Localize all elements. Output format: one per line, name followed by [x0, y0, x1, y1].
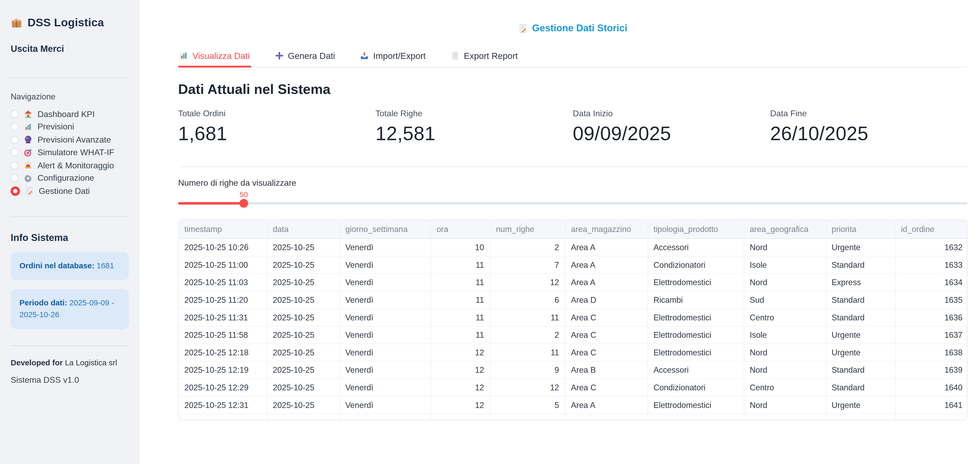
table-cell[interactable]: Venerdì: [339, 274, 431, 292]
table-cell[interactable]: Standard: [826, 256, 895, 274]
table-cell[interactable]: 2025-10-25: [267, 274, 339, 292]
table-cell[interactable]: Venerdì: [339, 309, 431, 327]
table-cell[interactable]: Area A: [565, 256, 648, 274]
table-cell[interactable]: 2025-10-25 11:58: [179, 327, 267, 344]
table-cell[interactable]: 2025-10-25 12:31: [179, 396, 267, 414]
table-cell[interactable]: Venerdì: [339, 361, 431, 379]
table-cell[interactable]: Nord: [744, 361, 826, 379]
tab-visualizza-dati[interactable]: Visualizza Dati: [178, 51, 251, 61]
table-cell[interactable]: 1639: [895, 361, 968, 379]
sidebar-item-alert-monitoraggio[interactable]: Alert & Monitoraggio: [11, 159, 129, 172]
column-header-num_righe[interactable]: num_righe: [490, 220, 565, 239]
sidebar-item-dashboard-kpi[interactable]: Dashboard KPI: [11, 108, 129, 120]
table-cell[interactable]: 2025-10-25 11:20: [179, 292, 267, 309]
table-cell[interactable]: 7: [490, 256, 565, 274]
table-cell[interactable]: Nord: [744, 396, 826, 414]
slider-track[interactable]: [178, 202, 968, 205]
table-cell[interactable]: Ricambi: [648, 292, 744, 309]
table-cell[interactable]: Elettrodomestici: [648, 344, 744, 361]
table-cell[interactable]: 2025-10-25 11:03: [179, 274, 267, 292]
table-cell[interactable]: Venerdì: [339, 396, 431, 414]
table-cell[interactable]: 2025-10-25 12:29: [179, 379, 267, 397]
radio-unselected[interactable]: [11, 148, 19, 156]
table-cell[interactable]: 12: [490, 379, 565, 397]
table-cell[interactable]: Venerdì: [339, 256, 431, 274]
table-cell[interactable]: 2025-10-25 10:26: [179, 239, 267, 257]
table-cell[interactable]: 1634: [895, 274, 968, 292]
sidebar-item-previsioni-avanzate[interactable]: Previsioni Avanzate: [11, 133, 129, 146]
table-cell[interactable]: Standard: [826, 361, 895, 379]
table-cell[interactable]: 10: [431, 239, 490, 257]
table-cell[interactable]: Area A: [565, 274, 648, 292]
radio-unselected[interactable]: [11, 136, 19, 144]
table-cell[interactable]: 2025-10-25 12:19: [179, 361, 267, 379]
table-cell[interactable]: 2: [490, 327, 565, 344]
table-cell[interactable]: 2: [490, 239, 565, 257]
column-header-tipologia_prodotto[interactable]: tipologia_prodotto: [648, 220, 744, 239]
table-cell[interactable]: Urgente: [826, 396, 895, 414]
radio-unselected[interactable]: [11, 161, 19, 169]
tab-genera-dati[interactable]: Genera Dati: [274, 51, 336, 61]
table-cell[interactable]: Venerdì: [339, 327, 431, 344]
table-cell[interactable]: 12: [431, 379, 490, 397]
table-cell[interactable]: Nord: [744, 239, 826, 257]
table-cell[interactable]: 11: [490, 309, 565, 327]
table-cell[interactable]: Venerdì: [339, 292, 431, 309]
table-cell[interactable]: 9: [490, 361, 565, 379]
table-cell[interactable]: Standard: [826, 292, 895, 309]
table-cell[interactable]: Area C: [565, 344, 648, 361]
radio-unselected[interactable]: [11, 123, 19, 131]
table-cell[interactable]: 11: [490, 344, 565, 361]
table-cell[interactable]: Venerdì: [339, 379, 431, 397]
table-cell[interactable]: Urgente: [826, 239, 895, 257]
column-header-priorita[interactable]: priorita: [826, 220, 895, 239]
table-cell[interactable]: 2025-10-25: [267, 361, 339, 379]
table-cell[interactable]: 1632: [895, 239, 968, 257]
table-cell[interactable]: 2025-10-25 11:00: [179, 256, 267, 274]
table-cell[interactable]: Elettrodomestici: [648, 274, 744, 292]
sidebar-item-configurazione[interactable]: Configurazione: [11, 172, 129, 185]
table-cell[interactable]: 2025-10-25: [267, 379, 339, 397]
sidebar-item-gestione-dati[interactable]: Gestione Dati: [11, 185, 129, 198]
table-cell[interactable]: 12: [490, 274, 565, 292]
table-cell[interactable]: Centro: [744, 379, 826, 397]
table-cell[interactable]: 2025-10-25: [267, 239, 339, 257]
table-cell[interactable]: 2025-10-25: [267, 309, 339, 327]
radio-unselected[interactable]: [11, 110, 19, 118]
table-cell[interactable]: 1640: [895, 379, 968, 397]
table-cell[interactable]: Condizionatori: [648, 379, 744, 397]
table-cell[interactable]: Area C: [565, 327, 648, 344]
table-cell[interactable]: 11: [431, 256, 490, 274]
radio-unselected[interactable]: [11, 174, 19, 182]
table-cell[interactable]: Standard: [826, 379, 895, 397]
table-cell[interactable]: Elettrodomestici: [648, 396, 744, 414]
table-cell[interactable]: 2025-10-25 12:18: [179, 344, 267, 361]
table-cell[interactable]: Accessori: [648, 239, 744, 257]
table-cell[interactable]: Area C: [565, 379, 648, 397]
table-cell[interactable]: 2025-10-25: [267, 396, 339, 414]
table-cell[interactable]: Venerdì: [339, 344, 431, 361]
table-cell[interactable]: 11: [431, 309, 490, 327]
table-cell[interactable]: Isole: [744, 327, 826, 344]
column-header-giorno_settimana[interactable]: giorno_settimana: [339, 220, 431, 239]
column-header-area_magazzino[interactable]: area_magazzino: [565, 220, 648, 239]
column-header-id_ordine[interactable]: id_ordine: [895, 220, 968, 239]
table-cell[interactable]: 1635: [895, 292, 968, 309]
table-cell[interactable]: 1638: [895, 344, 968, 361]
sidebar-item-simulatore-what-if[interactable]: Simulatore WHAT-IF: [11, 146, 129, 159]
table-cell[interactable]: Area C: [565, 309, 648, 327]
table-cell[interactable]: Sud: [744, 292, 826, 309]
table-cell[interactable]: 2025-10-25: [267, 256, 339, 274]
table-cell[interactable]: Nord: [744, 274, 826, 292]
table-cell[interactable]: 5: [490, 396, 565, 414]
table-cell[interactable]: Area D: [565, 292, 648, 309]
table-cell[interactable]: 2025-10-25: [267, 327, 339, 344]
table-cell[interactable]: Centro: [744, 309, 826, 327]
table-cell[interactable]: Urgente: [826, 327, 895, 344]
column-header-area_geografica[interactable]: area_geografica: [744, 220, 826, 239]
table-cell[interactable]: 1641: [895, 396, 968, 414]
tab-import-export[interactable]: Import/Export: [359, 51, 427, 61]
column-header-data[interactable]: data: [267, 220, 339, 239]
column-header-timestamp[interactable]: timestamp: [179, 220, 267, 239]
table-cell[interactable]: Area A: [565, 239, 648, 257]
